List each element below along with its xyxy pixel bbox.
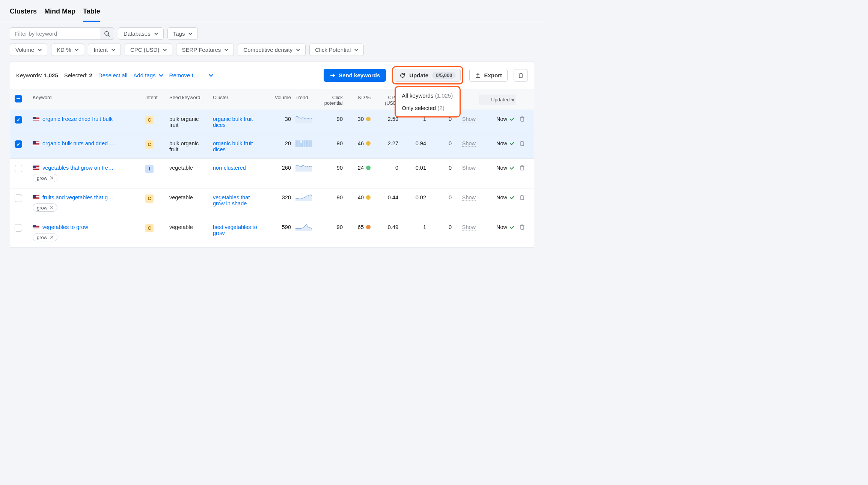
- chevron-down-icon: [354, 48, 358, 52]
- filter-serp-features[interactable]: SERP Features: [176, 44, 234, 56]
- volume-value: 30: [260, 116, 292, 122]
- volume-value: 590: [260, 224, 292, 230]
- row-delete-button[interactable]: [519, 194, 533, 200]
- col-keyword[interactable]: Keyword: [31, 95, 142, 100]
- serp-show-link[interactable]: Show: [462, 140, 476, 147]
- cluster-link[interactable]: best vegetables to grow: [213, 224, 257, 236]
- cluster-link[interactable]: organic bulk fruit dices: [213, 140, 253, 152]
- col-cluster[interactable]: Cluster: [211, 95, 259, 100]
- search-input[interactable]: [10, 27, 100, 40]
- filter-kd[interactable]: KD %: [51, 44, 84, 56]
- svg-rect-42: [33, 199, 39, 200]
- tab-table[interactable]: Table: [83, 5, 100, 22]
- serp-show-link[interactable]: Show: [462, 224, 476, 230]
- remove-tags-link[interactable]: Remove t…: [169, 72, 213, 78]
- col-intent[interactable]: Intent: [144, 95, 166, 100]
- row-delete-button[interactable]: [519, 165, 533, 171]
- update-all-option[interactable]: All keywords (1,025): [396, 89, 460, 102]
- col-trend[interactable]: Trend: [294, 95, 313, 100]
- com-value: 0.02: [401, 194, 428, 200]
- filter-cpc[interactable]: CPC (USD): [125, 44, 173, 56]
- keyword-link[interactable]: fruits and vegetables that g…: [42, 194, 113, 200]
- delete-button[interactable]: [514, 69, 528, 82]
- filter-volume[interactable]: Volume: [10, 44, 47, 56]
- svg-rect-21: [300, 143, 302, 147]
- intent-badge: I: [145, 165, 154, 173]
- svg-rect-19: [297, 140, 298, 147]
- update-button[interactable]: Update 0/5,000: [395, 69, 461, 82]
- chevron-down-icon: [296, 48, 300, 52]
- kd-dot-icon: [366, 141, 371, 146]
- col-updated[interactable]: Updated: [479, 95, 516, 105]
- row-delete-button[interactable]: [519, 224, 533, 230]
- search-button[interactable]: [100, 27, 114, 40]
- col-click[interactable]: Click potential: [314, 95, 344, 106]
- select-all-checkbox[interactable]: [15, 95, 22, 102]
- filter-intent[interactable]: Intent: [88, 44, 121, 56]
- update-highlight: Update 0/5,000 All keywords (1,025) Only…: [392, 66, 463, 84]
- svg-rect-35: [33, 166, 36, 168]
- tab-mind-map[interactable]: Mind Map: [44, 5, 75, 22]
- serp-show-link[interactable]: Show: [462, 165, 476, 171]
- filter-click-potential[interactable]: Click Potential: [309, 44, 364, 56]
- row-checkbox[interactable]: [15, 194, 22, 202]
- kd-dot-icon: [366, 117, 371, 121]
- kd-dot-icon: [366, 225, 371, 229]
- svg-rect-49: [33, 228, 39, 229]
- tag-chip[interactable]: grow ✕: [33, 203, 57, 212]
- chevron-down-icon: [159, 73, 163, 78]
- svg-rect-18: [295, 140, 297, 147]
- add-tags-link[interactable]: Add tags: [133, 72, 163, 78]
- row-checkbox[interactable]: [15, 140, 22, 148]
- cpc-value: 2.27: [374, 140, 400, 146]
- tag-chip[interactable]: grow ✕: [33, 174, 57, 182]
- click-potential-value: 90: [314, 194, 344, 200]
- keyword-link[interactable]: vegetables to grow: [42, 224, 88, 230]
- row-delete-button[interactable]: [519, 140, 533, 146]
- updated-value: Now: [480, 140, 515, 146]
- col-volume[interactable]: Volume: [260, 95, 292, 100]
- svg-line-1: [108, 35, 110, 36]
- com-value: 0.01: [401, 165, 428, 171]
- deselect-all-link[interactable]: Deselect all: [98, 72, 128, 78]
- svg-rect-40: [33, 198, 39, 198]
- col-kd[interactable]: KD %: [346, 95, 372, 100]
- tag-chip[interactable]: grow ✕: [33, 233, 57, 241]
- keyword-link[interactable]: organic freeze dried fruit bulk: [42, 116, 113, 122]
- volume-value: 320: [260, 194, 292, 200]
- update-selected-option[interactable]: Only selected (2): [396, 102, 460, 114]
- sort-icon: [511, 98, 515, 102]
- cluster-link[interactable]: vegetables that grow in shade: [213, 194, 250, 206]
- row-checkbox[interactable]: [15, 116, 22, 124]
- svg-rect-51: [33, 225, 36, 227]
- chevron-down-icon: [209, 73, 213, 78]
- svg-rect-25: [307, 140, 309, 147]
- serp-show-link[interactable]: Show: [462, 194, 476, 201]
- svg-rect-41: [33, 199, 39, 199]
- cluster-link[interactable]: organic bulk fruit dices: [213, 116, 253, 128]
- keyword-link[interactable]: vegetables that grow on tre…: [42, 165, 113, 171]
- export-button[interactable]: Export: [469, 69, 508, 82]
- tag-remove-icon[interactable]: ✕: [50, 234, 54, 240]
- filter-databases[interactable]: Databases: [118, 27, 164, 40]
- check-icon: [509, 141, 515, 146]
- serp-show-link[interactable]: Show: [462, 116, 476, 122]
- flag-us-icon: [33, 195, 39, 200]
- com-value: 0.94: [401, 140, 428, 146]
- row-checkbox[interactable]: [15, 165, 22, 172]
- seed-keyword: vegetable: [168, 194, 210, 200]
- keyword-link[interactable]: organic bulk nuts and dried …: [42, 140, 115, 146]
- seed-keyword: bulk organic fruit: [168, 140, 210, 152]
- trash-icon: [519, 116, 525, 122]
- row-checkbox[interactable]: [15, 224, 22, 232]
- row-delete-button[interactable]: [519, 116, 533, 122]
- cluster-link[interactable]: non-clustered: [213, 165, 246, 171]
- click-potential-value: 90: [314, 116, 344, 122]
- col-seed[interactable]: Seed keyword: [168, 95, 210, 100]
- filter-competitive-density[interactable]: Competitive density: [238, 44, 306, 56]
- tag-remove-icon[interactable]: ✕: [50, 205, 54, 211]
- tab-clusters[interactable]: Clusters: [10, 5, 37, 22]
- send-keywords-button[interactable]: Send keywords: [324, 69, 386, 82]
- filter-tags[interactable]: Tags: [167, 27, 198, 40]
- tag-remove-icon[interactable]: ✕: [50, 175, 54, 181]
